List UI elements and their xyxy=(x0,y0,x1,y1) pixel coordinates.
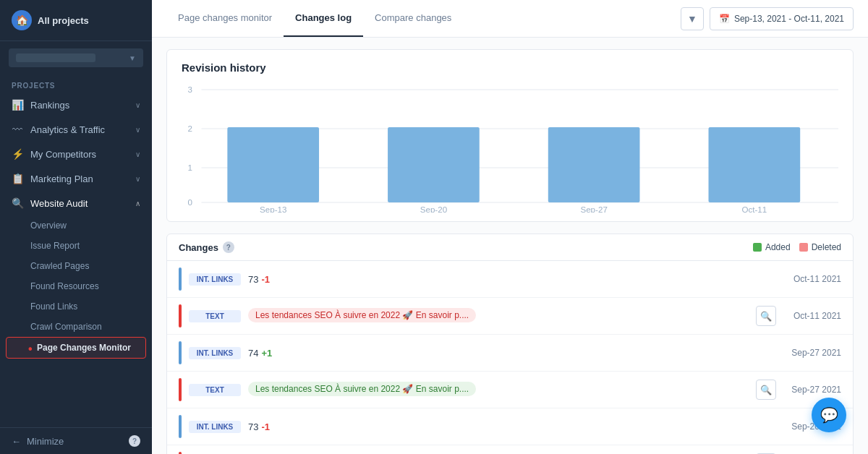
change-value: 74 +1 xyxy=(248,348,776,359)
sidebar-item-analytics[interactable]: 〰 Analytics & Traffic ∨ xyxy=(0,117,152,142)
change-date: Sep-27 2021 xyxy=(783,348,841,358)
sidebar-item-marketing[interactable]: 📋 Marketing Plan ∨ xyxy=(0,166,152,191)
dropdown-chevron-icon: ▼ xyxy=(129,54,136,62)
sidebar-sub-crawl-comparison[interactable]: Crawl Comparison xyxy=(0,317,152,337)
sidebar-item-competitors[interactable]: ⚡ My Competitors ∨ xyxy=(0,142,152,166)
sidebar-item-website-audit[interactable]: 🔍 Website Audit ∧ xyxy=(0,191,152,215)
table-row: TEXT Les tendances SEO À suivre en 2022 … xyxy=(167,298,853,335)
marketing-icon: 📋 xyxy=(12,173,23,184)
main-content: Page changes monitor Changes log Compare… xyxy=(152,0,868,454)
rankings-icon: 📊 xyxy=(12,99,23,111)
projects-section-label: PROJECTS xyxy=(0,74,152,93)
changes-section: Changes ? Added Deleted INT. L xyxy=(166,234,854,454)
project-dropdown[interactable]: ▼ xyxy=(9,48,143,67)
sidebar-sub-found-resources[interactable]: Found Resources xyxy=(0,276,152,296)
minimize-icon: ← xyxy=(12,436,21,447)
search-button[interactable]: 🔍 xyxy=(756,380,776,400)
sidebar-item-label-marketing: Marketing Plan xyxy=(30,174,93,184)
svg-rect-10 xyxy=(548,127,640,202)
search-button[interactable]: 🔍 xyxy=(756,306,776,326)
filter-icon: ▼ xyxy=(687,13,697,25)
all-projects-icon: 🏠 xyxy=(12,10,32,30)
date-range-button[interactable]: 📅 Sep-13, 2021 - Oct-11, 2021 xyxy=(710,7,854,30)
row-color-bar xyxy=(179,341,182,364)
sidebar-item-label-analytics: Analytics & Traffic xyxy=(30,124,105,135)
changes-header-left: Changes ? xyxy=(179,241,234,253)
change-type-badge: INT. LINKS xyxy=(189,273,241,286)
revision-chart: 3 2 1 0 Sep-13 Sep-20 xyxy=(182,82,838,213)
sidebar-sub-issue-report[interactable]: Issue Report xyxy=(0,236,152,256)
sidebar-help-icon[interactable]: ? xyxy=(129,435,140,447)
svg-text:Oct-11: Oct-11 xyxy=(741,205,767,213)
sidebar-sub-page-changes-monitor[interactable]: Page Changes Monitor xyxy=(6,337,146,359)
sidebar-item-label-website-audit: Website Audit xyxy=(30,198,88,209)
sidebar-header[interactable]: 🏠 All projects xyxy=(0,0,152,41)
table-row: INT. LINKS 74 +1 Sep-27 2021 xyxy=(167,335,853,372)
change-value-number: 74 xyxy=(248,348,258,359)
svg-rect-11 xyxy=(709,127,801,202)
legend-deleted: Deleted xyxy=(799,242,841,252)
page-changes-monitor-label: Page Changes Monitor xyxy=(37,343,131,353)
changes-info-icon[interactable]: ? xyxy=(223,241,234,253)
analytics-icon: 〰 xyxy=(12,124,23,135)
website-audit-icon: 🔍 xyxy=(12,197,23,209)
sidebar-sub-crawled-pages[interactable]: Crawled Pages xyxy=(0,256,152,276)
table-row: TEXT 20% Offre expire dans jours heures … xyxy=(167,445,853,454)
change-value: Les tendances SEO À suivre en 2022 🚀 En … xyxy=(248,382,749,398)
row-color-bar xyxy=(179,267,182,291)
table-row: TEXT Les tendances SEO À suivre en 2022 … xyxy=(167,372,853,408)
change-delta-neg: -1 xyxy=(261,274,270,285)
added-dot xyxy=(753,243,762,252)
minimize-label: Minimize xyxy=(27,436,64,447)
change-value-number: 73 xyxy=(248,274,258,285)
svg-text:1: 1 xyxy=(187,163,192,172)
changes-legend: Added Deleted xyxy=(753,242,841,252)
competitors-chevron-icon: ∨ xyxy=(135,150,140,158)
svg-rect-8 xyxy=(227,127,319,202)
sidebar-item-rankings[interactable]: 📊 Rankings ∨ xyxy=(0,93,152,117)
minimize-button[interactable]: ← Minimize xyxy=(12,436,64,447)
change-type-badge: INT. LINKS xyxy=(189,347,241,359)
change-delta-pos: +1 xyxy=(261,348,272,359)
change-text-pill: Les tendances SEO À suivre en 2022 🚀 En … xyxy=(248,382,476,396)
legend-added: Added xyxy=(753,242,791,252)
change-delta-neg: -1 xyxy=(261,421,270,432)
calendar-icon: 📅 xyxy=(719,14,730,24)
chart-section: Revision history 3 2 1 0 xyxy=(166,49,854,222)
deleted-label: Deleted xyxy=(812,242,841,252)
change-value: 73 -1 xyxy=(248,274,776,285)
analytics-chevron-icon: ∨ xyxy=(135,126,140,134)
website-audit-chevron-icon: ∧ xyxy=(135,200,140,207)
chat-button[interactable]: 💬 xyxy=(812,398,846,432)
tab-compare-changes[interactable]: Compare changes xyxy=(363,0,463,37)
row-color-bar xyxy=(179,304,182,327)
chart-container: 3 2 1 0 Sep-13 Sep-20 xyxy=(182,82,838,213)
table-row: INT. LINKS 73 -1 Sep-20 2021 xyxy=(167,408,853,445)
sidebar-sub-overview[interactable]: Overview xyxy=(0,215,152,236)
marketing-chevron-icon: ∨ xyxy=(135,175,140,183)
top-navigation: Page changes monitor Changes log Compare… xyxy=(152,0,868,38)
all-projects-label: All projects xyxy=(38,15,89,26)
svg-text:Sep-20: Sep-20 xyxy=(420,205,447,213)
table-row: INT. LINKS 73 -1 Oct-11 2021 xyxy=(167,261,853,298)
content-area: Revision history 3 2 1 0 xyxy=(152,38,868,454)
changes-header: Changes ? Added Deleted xyxy=(167,234,853,261)
change-type-badge: TEXT xyxy=(189,310,241,322)
changes-title: Changes xyxy=(179,242,218,253)
tab-page-changes-monitor[interactable]: Page changes monitor xyxy=(166,0,284,37)
sidebar-item-label-rankings: Rankings xyxy=(30,100,69,111)
filter-button[interactable]: ▼ xyxy=(681,7,704,30)
svg-rect-9 xyxy=(388,127,480,202)
sidebar-sub-found-links[interactable]: Found Links xyxy=(0,296,152,317)
svg-text:Sep-27: Sep-27 xyxy=(580,205,607,213)
change-type-badge: TEXT xyxy=(189,384,241,396)
sidebar-bottom: ← Minimize ? xyxy=(0,427,152,454)
svg-text:3: 3 xyxy=(187,85,192,94)
deleted-dot xyxy=(799,243,808,252)
tab-changes-log[interactable]: Changes log xyxy=(284,0,363,37)
svg-text:2: 2 xyxy=(187,124,192,133)
rankings-chevron-icon: ∨ xyxy=(135,101,140,109)
competitors-icon: ⚡ xyxy=(12,148,23,160)
change-value: 73 -1 xyxy=(248,421,776,432)
nav-tabs: Page changes monitor Changes log Compare… xyxy=(166,0,463,37)
